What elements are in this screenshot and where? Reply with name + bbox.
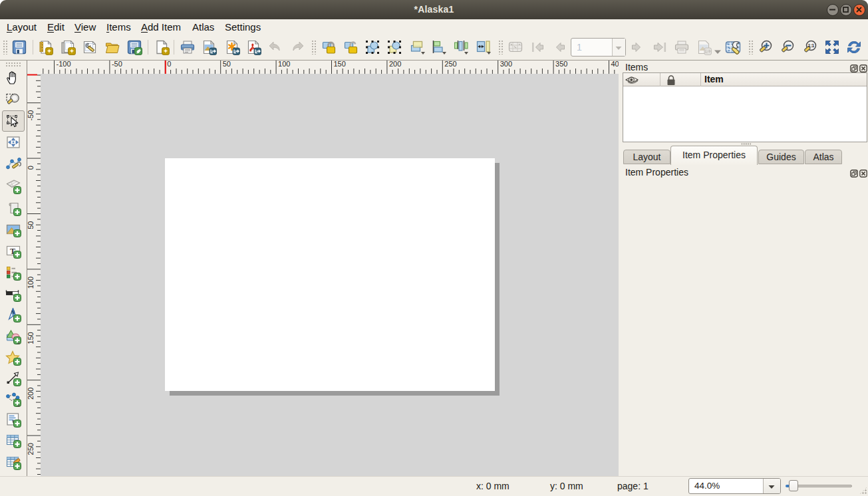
svg-text:200: 200 [27, 388, 35, 400]
svg-text:-50: -50 [112, 60, 122, 68]
svg-text:-100: -100 [57, 60, 71, 68]
svg-text:50: 50 [27, 221, 35, 229]
svg-text:350: 350 [555, 60, 567, 68]
svg-text:200: 200 [389, 60, 401, 68]
svg-text:250: 250 [444, 60, 456, 68]
svg-text:0: 0 [27, 166, 35, 170]
svg-text:400: 400 [611, 60, 619, 68]
svg-text:1:1: 1:1 [808, 43, 815, 48]
svg-text:0: 0 [167, 60, 171, 68]
svg-text:100: 100 [278, 60, 290, 68]
svg-text:250: 250 [27, 443, 35, 455]
svg-text:50: 50 [223, 60, 231, 68]
svg-text:150: 150 [334, 60, 346, 68]
svg-text:300: 300 [500, 60, 512, 68]
svg-text:100: 100 [27, 277, 35, 289]
svg-text:150: 150 [27, 332, 35, 344]
svg-text:N: N [11, 310, 15, 314]
svg-text:-50: -50 [27, 110, 35, 121]
